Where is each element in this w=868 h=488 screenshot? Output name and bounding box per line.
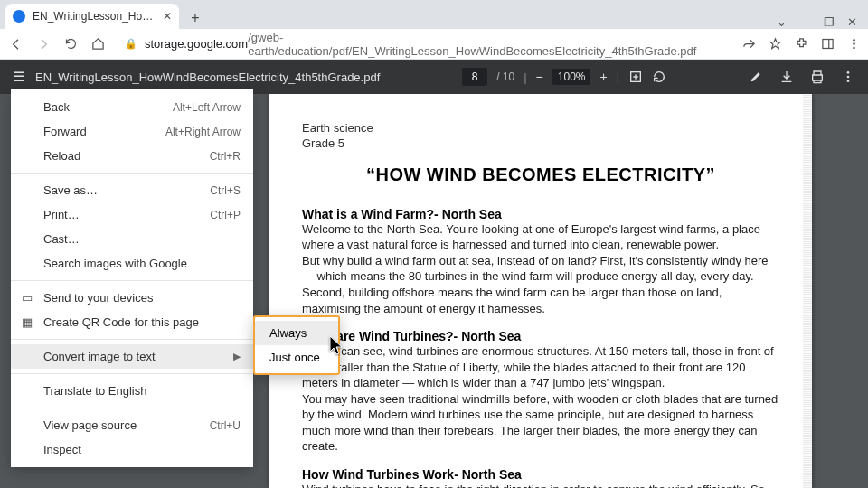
doc-h2: What are Wind Turbines?- North Sea xyxy=(302,329,779,343)
tab-close-icon[interactable]: ✕ xyxy=(163,10,172,23)
tab-strip: EN_WritingLesson_HowWindBe ✕ + ⌄ — ❐ ✕ xyxy=(0,0,868,29)
doc-p1: Welcome to the North Sea. You're looking… xyxy=(302,221,779,316)
doc-subject: Earth science xyxy=(302,121,373,135)
star-icon[interactable] xyxy=(769,37,782,51)
doc-h1: What is a Wind Farm?- North Sea xyxy=(302,207,779,221)
lock-icon: 🔒 xyxy=(125,38,137,50)
menu-create-qr[interactable]: ▦Create QR Code for this page xyxy=(11,310,253,334)
doc-title: “HOW WIND BECOMES ELECTRICITY” xyxy=(302,164,779,185)
url-path: /gweb-earth/education/pdf/EN_WritingLess… xyxy=(248,31,724,58)
menu-search-images[interactable]: Search images with Google xyxy=(11,251,253,276)
browser-toolbar: 🔒 storage.google.com/gweb-earth/educatio… xyxy=(0,29,868,60)
back-button[interactable] xyxy=(7,35,25,53)
page-total: / 10 xyxy=(496,70,514,83)
menu-reload[interactable]: ReloadCtrl+R xyxy=(11,144,253,168)
context-submenu: Always Just once xyxy=(253,315,340,375)
qr-icon: ▦ xyxy=(20,315,34,329)
page-input[interactable] xyxy=(462,68,487,86)
edit-icon[interactable] xyxy=(749,70,763,84)
svg-point-2 xyxy=(853,39,855,42)
svg-point-8 xyxy=(847,80,850,82)
address-bar[interactable]: 🔒 storage.google.com/gweb-earth/educatio… xyxy=(116,33,733,56)
cursor-icon xyxy=(329,335,345,357)
devices-icon: ▭ xyxy=(20,291,34,305)
menu-inspect[interactable]: Inspect xyxy=(11,437,253,462)
url-domain: storage.google.com xyxy=(145,37,248,51)
doc-p3: Wind turbines have to face in the right … xyxy=(302,482,779,488)
svg-point-6 xyxy=(847,71,850,74)
doc-grade: Grade 5 xyxy=(302,136,344,150)
menu-save-as[interactable]: Save as…Ctrl+S xyxy=(11,178,253,202)
minimize-icon[interactable]: — xyxy=(799,15,811,29)
zoom-out-button[interactable]: − xyxy=(536,70,543,84)
submenu-just-once[interactable]: Just once xyxy=(255,345,338,370)
window-controls: ⌄ — ❐ ✕ xyxy=(777,15,868,29)
menu-send-devices[interactable]: ▭Send to your devices xyxy=(11,286,253,310)
doc-h3: How Wind Turbines Work- North Sea xyxy=(302,467,779,482)
zoom-level[interactable]: 100% xyxy=(552,69,591,85)
svg-point-3 xyxy=(853,42,855,45)
doc-p2: As you can see, wind turbines are enormo… xyxy=(302,343,779,455)
zoom-in-button[interactable]: + xyxy=(599,70,607,84)
svg-rect-0 xyxy=(823,40,833,49)
forward-button[interactable] xyxy=(34,35,52,53)
menu-translate[interactable]: Translate to English xyxy=(11,379,253,403)
svg-point-7 xyxy=(847,76,850,79)
home-button[interactable] xyxy=(89,35,107,53)
context-menu: BackAlt+Left Arrow ForwardAlt+Right Arro… xyxy=(11,89,253,467)
chevron-right-icon: ▶ xyxy=(233,351,241,362)
close-window-icon[interactable]: ✕ xyxy=(847,15,857,29)
menu-forward[interactable]: ForwardAlt+Right Arrow xyxy=(11,119,253,144)
sidepanel-icon[interactable] xyxy=(821,37,835,51)
browser-tab[interactable]: EN_WritingLesson_HowWindBe ✕ xyxy=(5,4,179,29)
menu-cast[interactable]: Cast… xyxy=(11,227,253,251)
chevron-down-icon[interactable]: ⌄ xyxy=(777,15,787,29)
extensions-icon[interactable] xyxy=(795,37,808,51)
new-tab-button[interactable]: + xyxy=(184,7,206,29)
submenu-always[interactable]: Always xyxy=(255,321,338,345)
maximize-icon[interactable]: ❐ xyxy=(824,15,835,29)
menu-print[interactable]: Print…Ctrl+P xyxy=(11,202,253,227)
share-icon[interactable] xyxy=(742,37,756,51)
menu-back[interactable]: BackAlt+Left Arrow xyxy=(11,95,253,119)
menu-icon[interactable] xyxy=(847,37,861,51)
download-icon[interactable] xyxy=(779,70,794,84)
svg-point-4 xyxy=(853,47,855,50)
menu-convert-image[interactable]: Convert image to text▶ xyxy=(11,344,253,369)
more-icon[interactable] xyxy=(841,70,855,84)
reload-button[interactable] xyxy=(61,35,80,53)
pdf-filename: EN_WritingLesson_HowWindBecomesElectrici… xyxy=(35,70,380,84)
tab-title: EN_WritingLesson_HowWindBe xyxy=(33,10,159,23)
menu-view-source[interactable]: View page sourceCtrl+U xyxy=(11,413,253,437)
favicon-icon xyxy=(13,10,25,23)
sidebar-toggle-icon[interactable]: ☰ xyxy=(13,69,24,85)
rotate-icon[interactable] xyxy=(652,70,666,84)
pdf-page: Earth scienceGrade 5 “HOW WIND BECOMES E… xyxy=(269,94,812,488)
fit-page-icon[interactable] xyxy=(628,70,643,84)
print-icon[interactable] xyxy=(810,70,825,84)
